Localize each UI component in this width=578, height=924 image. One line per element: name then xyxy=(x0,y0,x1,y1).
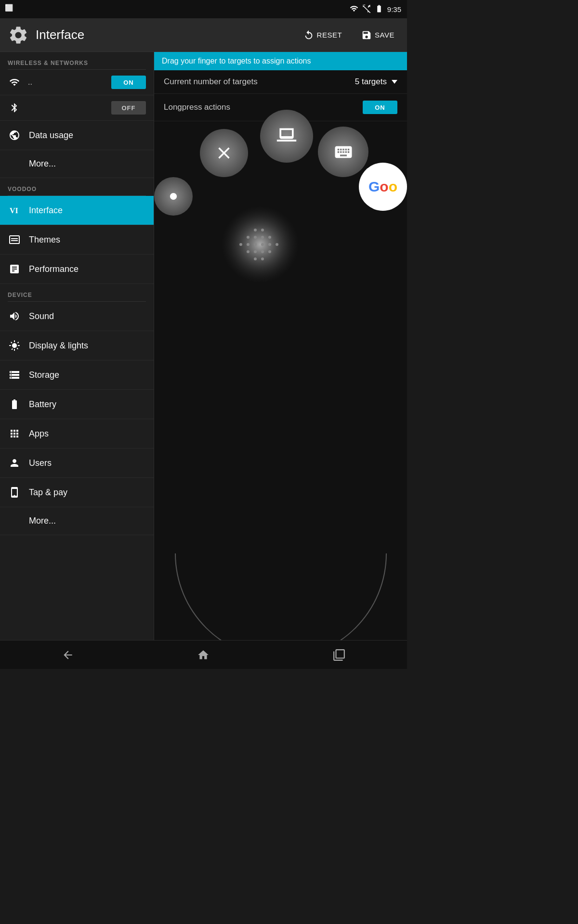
interface-icon: VI xyxy=(8,204,21,217)
targets-row[interactable]: Current number of targets 5 targets xyxy=(154,70,407,94)
svg-point-10 xyxy=(254,257,257,260)
users-icon xyxy=(8,456,21,470)
main-layout: WIRELESS & NETWORKS .. ON OFF Data usage xyxy=(0,52,407,640)
apps-icon xyxy=(8,427,21,440)
data-usage-icon xyxy=(8,128,21,142)
sidebar-item-wifi[interactable]: .. ON xyxy=(0,70,154,95)
sidebar-item-apps[interactable]: Apps xyxy=(0,419,154,449)
performance-label: Performance xyxy=(29,264,79,274)
svg-point-18 xyxy=(268,250,271,253)
section-device: DEVICE xyxy=(0,284,154,301)
content-area: Drag your finger to targets to assign ac… xyxy=(154,52,407,640)
storage-icon xyxy=(8,368,21,382)
performance-icon xyxy=(8,262,21,276)
svg-rect-1 xyxy=(222,206,299,283)
sidebar-item-storage[interactable]: Storage xyxy=(0,360,154,390)
target-close[interactable] xyxy=(200,129,248,177)
sidebar-item-themes[interactable]: Themes xyxy=(0,225,154,255)
apps-label: Apps xyxy=(29,429,49,439)
targets-dropdown-arrow[interactable] xyxy=(392,80,397,84)
sidebar-item-bluetooth[interactable]: OFF xyxy=(0,95,154,121)
target-google[interactable]: Goo xyxy=(359,163,407,211)
bluetooth-toggle[interactable]: OFF xyxy=(111,101,146,115)
section-wireless: WIRELESS & NETWORKS xyxy=(0,52,154,69)
battery-label: Battery xyxy=(29,399,56,410)
svg-point-7 xyxy=(254,236,257,239)
display-icon xyxy=(8,339,21,352)
svg-point-15 xyxy=(261,257,264,260)
dot-pattern xyxy=(222,206,299,283)
data-usage-label: Data usage xyxy=(29,130,73,141)
sidebar-item-more-wireless[interactable]: More... xyxy=(0,150,154,178)
signal-icon xyxy=(362,4,371,14)
sidebar: WIRELESS & NETWORKS .. ON OFF Data usage xyxy=(0,52,154,640)
time-display: 9:35 xyxy=(387,5,401,13)
svg-point-8 xyxy=(254,243,257,246)
sidebar-item-display[interactable]: Display & lights xyxy=(0,331,154,360)
sidebar-item-data-usage[interactable]: Data usage xyxy=(0,121,154,150)
battery-icon xyxy=(8,398,21,411)
wifi-icon xyxy=(8,77,21,88)
tap-pay-label: Tap & pay xyxy=(29,488,67,498)
svg-point-11 xyxy=(261,229,264,231)
svg-point-13 xyxy=(261,243,264,246)
svg-point-9 xyxy=(254,250,257,253)
sidebar-item-sound[interactable]: Sound xyxy=(0,302,154,331)
sidebar-item-users[interactable]: Users xyxy=(0,449,154,478)
svg-point-12 xyxy=(261,236,264,239)
info-bar: Drag your finger to targets to assign ac… xyxy=(154,52,407,70)
svg-point-6 xyxy=(254,229,257,231)
recent-button[interactable] xyxy=(318,644,360,666)
wifi-label: .. xyxy=(28,78,32,87)
svg-point-5 xyxy=(247,250,250,253)
sound-icon xyxy=(8,309,21,323)
svg-point-2 xyxy=(239,243,242,246)
svg-point-3 xyxy=(247,236,250,239)
wifi-toggle[interactable]: ON xyxy=(111,76,146,89)
targets-label: Current number of targets xyxy=(164,77,355,87)
interface-label: Interface xyxy=(29,205,63,216)
header-settings-icon xyxy=(8,25,29,46)
home-button[interactable] xyxy=(183,644,224,666)
more-wireless-label: More... xyxy=(8,159,56,169)
sidebar-item-interface[interactable]: VI Interface xyxy=(0,196,154,225)
target-display[interactable] xyxy=(260,110,313,163)
users-label: Users xyxy=(29,458,52,468)
sidebar-item-more-device[interactable]: More... xyxy=(0,507,154,535)
targets-value: 5 targets xyxy=(355,77,397,87)
sidebar-item-battery[interactable]: Battery xyxy=(0,390,154,419)
radial-area: Goo xyxy=(154,100,407,640)
target-sound[interactable] xyxy=(154,177,193,216)
themes-label: Themes xyxy=(29,235,60,245)
display-label: Display & lights xyxy=(29,341,88,351)
svg-point-4 xyxy=(247,243,250,246)
svg-point-14 xyxy=(261,250,264,253)
reset-button[interactable]: RESET xyxy=(299,27,347,43)
svg-point-17 xyxy=(268,243,271,246)
svg-point-16 xyxy=(268,236,271,239)
screenshot-icon: ⬜ xyxy=(5,4,13,12)
save-button[interactable]: SAVE xyxy=(356,27,399,43)
nav-bar xyxy=(0,640,407,669)
sound-label: Sound xyxy=(29,311,54,321)
header: Interface RESET SAVE xyxy=(0,18,407,52)
status-bar: ⬜ 9:35 xyxy=(0,0,407,18)
tap-pay-icon xyxy=(8,486,21,499)
semicircle-arc xyxy=(175,553,387,640)
section-voodoo: VOODOO xyxy=(0,178,154,195)
themes-icon xyxy=(8,233,21,246)
target-keyboard[interactable] xyxy=(318,127,368,177)
back-button[interactable] xyxy=(47,644,89,666)
more-device-label: More... xyxy=(8,516,56,526)
svg-point-19 xyxy=(276,243,278,246)
sidebar-item-tap-pay[interactable]: Tap & pay xyxy=(0,478,154,507)
storage-label: Storage xyxy=(29,370,59,380)
bluetooth-icon xyxy=(8,103,21,113)
battery-status-icon xyxy=(375,4,383,14)
page-title: Interface xyxy=(36,27,289,42)
wifi-status-icon xyxy=(350,4,358,14)
sidebar-item-performance[interactable]: Performance xyxy=(0,255,154,284)
svg-text:VI: VI xyxy=(10,206,18,215)
